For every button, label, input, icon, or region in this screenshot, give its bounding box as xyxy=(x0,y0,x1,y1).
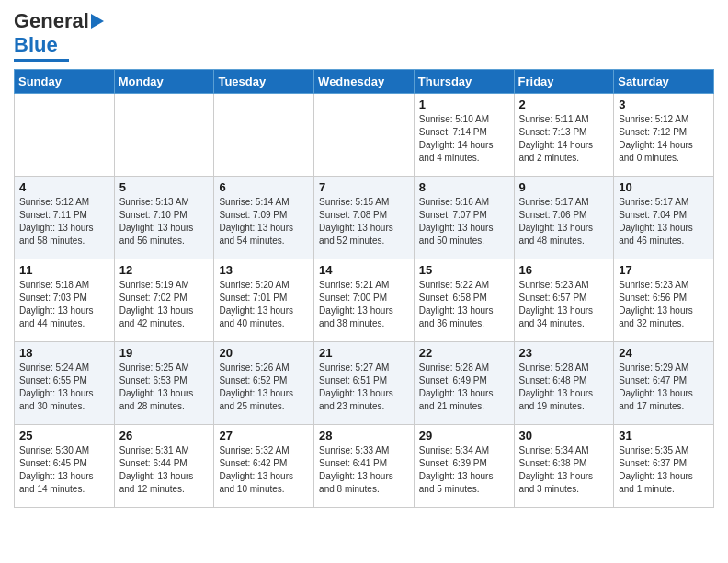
day-info: Sunrise: 5:20 AM Sunset: 7:01 PM Dayligh… xyxy=(219,279,309,330)
logo: General Blue xyxy=(14,9,104,62)
day-info: Sunrise: 5:29 AM Sunset: 6:47 PM Dayligh… xyxy=(619,362,709,413)
calendar-cell: 7Sunrise: 5:15 AM Sunset: 7:08 PM Daylig… xyxy=(314,177,415,259)
day-info: Sunrise: 5:10 AM Sunset: 7:14 PM Dayligh… xyxy=(419,113,509,165)
calendar-cell: 20Sunrise: 5:26 AM Sunset: 6:52 PM Dayli… xyxy=(214,342,314,425)
day-info: Sunrise: 5:18 AM Sunset: 7:03 PM Dayligh… xyxy=(19,279,109,330)
calendar-cell: 29Sunrise: 5:34 AM Sunset: 6:39 PM Dayli… xyxy=(414,425,514,508)
day-info: Sunrise: 5:27 AM Sunset: 6:51 PM Dayligh… xyxy=(319,362,409,413)
day-number: 12 xyxy=(119,263,210,277)
calendar-body: 1Sunrise: 5:10 AM Sunset: 7:14 PM Daylig… xyxy=(15,94,714,508)
day-header-tuesday: Tuesday xyxy=(214,70,314,94)
logo-underline xyxy=(14,59,69,62)
day-info: Sunrise: 5:23 AM Sunset: 6:57 PM Dayligh… xyxy=(519,279,609,330)
day-header-wednesday: Wednesday xyxy=(314,70,415,94)
calendar-cell: 21Sunrise: 5:27 AM Sunset: 6:51 PM Dayli… xyxy=(314,342,415,425)
calendar-cell xyxy=(114,94,214,177)
day-header-monday: Monday xyxy=(114,70,214,94)
day-number: 26 xyxy=(119,429,210,442)
day-info: Sunrise: 5:16 AM Sunset: 7:07 PM Dayligh… xyxy=(419,196,509,247)
day-number: 3 xyxy=(619,98,709,111)
day-info: Sunrise: 5:34 AM Sunset: 6:39 PM Dayligh… xyxy=(419,444,509,496)
day-info: Sunrise: 5:14 AM Sunset: 7:09 PM Dayligh… xyxy=(219,196,309,247)
day-number: 13 xyxy=(219,263,309,277)
day-number: 21 xyxy=(319,346,409,360)
day-info: Sunrise: 5:26 AM Sunset: 6:52 PM Dayligh… xyxy=(219,362,309,413)
calendar-cell: 9Sunrise: 5:17 AM Sunset: 7:06 PM Daylig… xyxy=(514,177,614,259)
calendar-cell: 27Sunrise: 5:32 AM Sunset: 6:42 PM Dayli… xyxy=(214,425,314,508)
day-info: Sunrise: 5:23 AM Sunset: 6:56 PM Dayligh… xyxy=(619,279,709,330)
day-number: 23 xyxy=(519,346,609,360)
day-number: 2 xyxy=(519,98,609,111)
day-header-sunday: Sunday xyxy=(15,70,115,94)
day-number: 19 xyxy=(119,346,210,360)
calendar-cell: 16Sunrise: 5:23 AM Sunset: 6:57 PM Dayli… xyxy=(514,259,614,342)
calendar-week-2: 4Sunrise: 5:12 AM Sunset: 7:11 PM Daylig… xyxy=(15,177,714,259)
day-header-friday: Friday xyxy=(514,70,614,94)
day-info: Sunrise: 5:19 AM Sunset: 7:02 PM Dayligh… xyxy=(119,279,210,330)
day-number: 20 xyxy=(219,346,309,360)
calendar-week-1: 1Sunrise: 5:10 AM Sunset: 7:14 PM Daylig… xyxy=(15,94,714,177)
day-info: Sunrise: 5:31 AM Sunset: 6:44 PM Dayligh… xyxy=(119,444,210,496)
calendar-cell: 2Sunrise: 5:11 AM Sunset: 7:13 PM Daylig… xyxy=(514,94,614,177)
day-number: 30 xyxy=(519,429,609,442)
day-info: Sunrise: 5:11 AM Sunset: 7:13 PM Dayligh… xyxy=(519,113,609,165)
day-info: Sunrise: 5:15 AM Sunset: 7:08 PM Dayligh… xyxy=(319,196,409,247)
calendar-cell: 10Sunrise: 5:17 AM Sunset: 7:04 PM Dayli… xyxy=(614,177,714,259)
day-number: 22 xyxy=(419,346,509,360)
calendar-week-5: 25Sunrise: 5:30 AM Sunset: 6:45 PM Dayli… xyxy=(15,425,714,508)
day-info: Sunrise: 5:28 AM Sunset: 6:48 PM Dayligh… xyxy=(519,362,609,413)
calendar-week-4: 18Sunrise: 5:24 AM Sunset: 6:55 PM Dayli… xyxy=(15,342,714,425)
day-number: 16 xyxy=(519,263,609,277)
calendar-cell xyxy=(15,94,115,177)
day-info: Sunrise: 5:30 AM Sunset: 6:45 PM Dayligh… xyxy=(19,444,109,496)
logo-blue: Blue xyxy=(14,33,58,57)
day-number: 14 xyxy=(319,263,409,277)
day-info: Sunrise: 5:12 AM Sunset: 7:12 PM Dayligh… xyxy=(619,113,709,165)
calendar-cell: 30Sunrise: 5:34 AM Sunset: 6:38 PM Dayli… xyxy=(514,425,614,508)
day-info: Sunrise: 5:32 AM Sunset: 6:42 PM Dayligh… xyxy=(219,444,309,496)
day-number: 10 xyxy=(619,180,709,194)
day-info: Sunrise: 5:33 AM Sunset: 6:41 PM Dayligh… xyxy=(319,444,409,496)
day-number: 31 xyxy=(619,429,709,442)
calendar-cell: 4Sunrise: 5:12 AM Sunset: 7:11 PM Daylig… xyxy=(15,177,115,259)
day-number: 1 xyxy=(419,98,509,111)
calendar-cell: 13Sunrise: 5:20 AM Sunset: 7:01 PM Dayli… xyxy=(214,259,314,342)
calendar-cell: 17Sunrise: 5:23 AM Sunset: 6:56 PM Dayli… xyxy=(614,259,714,342)
day-number: 8 xyxy=(419,180,509,194)
day-number: 7 xyxy=(319,180,409,194)
calendar-week-3: 11Sunrise: 5:18 AM Sunset: 7:03 PM Dayli… xyxy=(15,259,714,342)
day-number: 5 xyxy=(119,180,210,194)
day-number: 27 xyxy=(219,429,309,442)
calendar-table: SundayMondayTuesdayWednesdayThursdayFrid… xyxy=(14,69,714,508)
calendar-cell: 11Sunrise: 5:18 AM Sunset: 7:03 PM Dayli… xyxy=(15,259,115,342)
day-info: Sunrise: 5:25 AM Sunset: 6:53 PM Dayligh… xyxy=(119,362,210,413)
day-info: Sunrise: 5:21 AM Sunset: 7:00 PM Dayligh… xyxy=(319,279,409,330)
day-header-thursday: Thursday xyxy=(414,70,514,94)
day-number: 18 xyxy=(19,346,109,360)
day-number: 11 xyxy=(19,263,109,277)
day-number: 15 xyxy=(419,263,509,277)
calendar-cell: 8Sunrise: 5:16 AM Sunset: 7:07 PM Daylig… xyxy=(414,177,514,259)
calendar-cell: 19Sunrise: 5:25 AM Sunset: 6:53 PM Dayli… xyxy=(114,342,214,425)
calendar-cell: 23Sunrise: 5:28 AM Sunset: 6:48 PM Dayli… xyxy=(514,342,614,425)
calendar-cell: 12Sunrise: 5:19 AM Sunset: 7:02 PM Dayli… xyxy=(114,259,214,342)
header-row: SundayMondayTuesdayWednesdayThursdayFrid… xyxy=(15,70,714,94)
page: General Blue SundayMondayTuesdayWednesda… xyxy=(0,0,728,517)
day-info: Sunrise: 5:12 AM Sunset: 7:11 PM Dayligh… xyxy=(19,196,109,247)
day-info: Sunrise: 5:34 AM Sunset: 6:38 PM Dayligh… xyxy=(519,444,609,496)
calendar-cell: 6Sunrise: 5:14 AM Sunset: 7:09 PM Daylig… xyxy=(214,177,314,259)
calendar-cell: 25Sunrise: 5:30 AM Sunset: 6:45 PM Dayli… xyxy=(15,425,115,508)
day-info: Sunrise: 5:17 AM Sunset: 7:06 PM Dayligh… xyxy=(519,196,609,247)
calendar-header: SundayMondayTuesdayWednesdayThursdayFrid… xyxy=(15,70,714,94)
day-info: Sunrise: 5:35 AM Sunset: 6:37 PM Dayligh… xyxy=(619,444,709,496)
day-number: 6 xyxy=(219,180,309,194)
calendar-cell: 26Sunrise: 5:31 AM Sunset: 6:44 PM Dayli… xyxy=(114,425,214,508)
calendar-cell xyxy=(314,94,415,177)
day-info: Sunrise: 5:13 AM Sunset: 7:10 PM Dayligh… xyxy=(119,196,210,247)
day-number: 25 xyxy=(19,429,109,442)
calendar-cell: 15Sunrise: 5:22 AM Sunset: 6:58 PM Dayli… xyxy=(414,259,514,342)
day-info: Sunrise: 5:24 AM Sunset: 6:55 PM Dayligh… xyxy=(19,362,109,413)
day-header-saturday: Saturday xyxy=(614,70,714,94)
calendar-cell: 22Sunrise: 5:28 AM Sunset: 6:49 PM Dayli… xyxy=(414,342,514,425)
header: General Blue xyxy=(14,9,714,62)
